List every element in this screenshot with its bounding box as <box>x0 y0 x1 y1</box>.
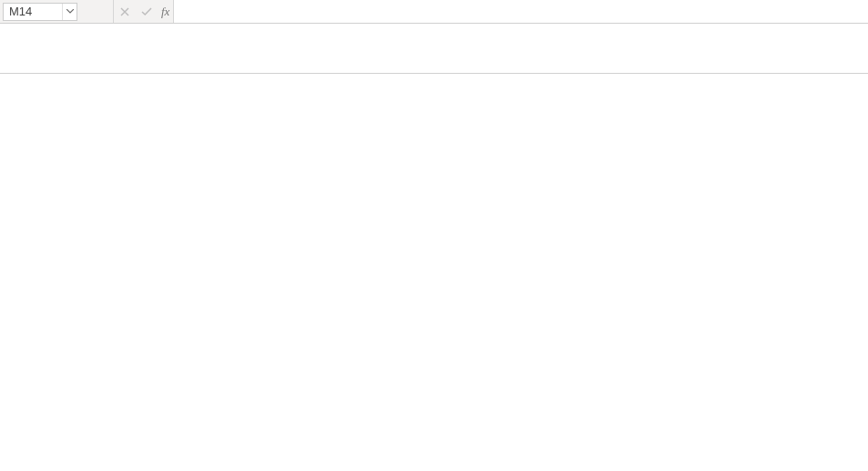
check-icon <box>141 7 152 16</box>
name-box[interactable] <box>4 4 62 20</box>
enter-button[interactable] <box>136 0 158 23</box>
formula-bar: fx <box>0 0 868 24</box>
fx-label[interactable]: fx <box>158 5 173 19</box>
formula-bar-spacer <box>77 0 114 23</box>
ribbon-gap <box>0 24 868 74</box>
name-box-dropdown[interactable] <box>62 4 77 20</box>
name-box-wrap <box>3 3 77 21</box>
chevron-down-icon <box>66 9 74 14</box>
x-icon <box>120 7 129 16</box>
cancel-button[interactable] <box>114 0 136 23</box>
formula-input[interactable] <box>173 0 868 23</box>
